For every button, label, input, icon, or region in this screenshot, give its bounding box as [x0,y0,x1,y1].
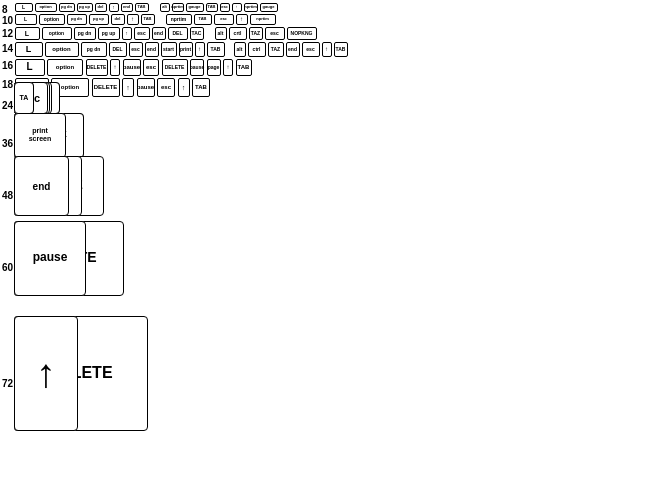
key-small[interactable]: crtl [229,27,247,40]
key-small[interactable]: esc [220,3,230,12]
key-small[interactable]: ↑ [232,3,242,12]
key-small[interactable]: gauge [260,3,278,12]
key-small[interactable]: DELETE [92,78,120,97]
key-pause-60[interactable]: pause [14,221,86,296]
key-small[interactable]: ↑ [122,78,134,97]
key-small[interactable]: TAB [206,3,218,12]
keyboard-chart: 8 L option pg dn pg up del ↑ end TAB alt… [0,0,650,500]
key-small[interactable]: ↑ [195,42,205,57]
key-small[interactable]: esc [265,27,285,40]
key-small[interactable]: end [121,3,133,12]
key-small[interactable]: esc [143,59,159,76]
key-small[interactable]: option [45,42,79,57]
key-small[interactable]: print [179,42,193,57]
key-small[interactable]: esc [134,27,150,40]
key-small[interactable]: ↑ [122,27,132,40]
key-small[interactable]: end [152,27,166,40]
key-small[interactable]: TAB [334,42,348,57]
key-small[interactable]: pg dn [74,27,96,40]
key-small[interactable]: pg dn [81,42,107,57]
key-small[interactable]: del [111,14,125,25]
key-small[interactable]: ↑ [110,59,120,76]
key-small[interactable]: esc [157,78,175,97]
key-small[interactable]: TAB [236,59,252,76]
row-label-16: 16 [2,60,13,71]
key-small[interactable]: pause [123,59,141,76]
key-small[interactable]: esc [302,42,320,57]
row-label-72: 72 [2,378,13,389]
key-small[interactable]: pg dn [67,14,87,25]
row-label-60: 60 [2,262,13,273]
key-small[interactable]: alt [215,27,227,40]
key-small[interactable]: ↑ [322,42,332,57]
row-label-10: 10 [2,15,13,26]
key-small[interactable]: pg dn [59,3,75,12]
key-small[interactable]: ↑ [127,14,139,25]
key-small[interactable]: gauge [186,3,204,12]
key-up-72[interactable]: ↑ [14,316,78,431]
row-16: L option DELETE ↑ pause esc DELETE pause… [14,58,252,76]
key-small[interactable]: L [15,27,40,40]
key-small[interactable]: DELETE [162,59,188,76]
key-small[interactable]: esc [214,14,234,25]
key-small[interactable]: L [15,3,33,12]
key-small[interactable]: DEL [168,27,188,40]
key-small[interactable]: pause [190,59,204,76]
key-small[interactable]: del [95,3,107,12]
key-small[interactable]: end [286,42,300,57]
key-small[interactable]: ↑ [223,59,233,76]
key-small[interactable]: TAB [207,42,225,57]
row-label-36: 36 [2,138,13,149]
key-small[interactable]: DEL [109,42,127,57]
row-label-24: 24 [2,100,13,111]
row-label-12: 12 [2,28,13,39]
key-small[interactable]: pg up [98,27,120,40]
key-small[interactable]: L [15,42,43,57]
key-small[interactable]: nprtim [244,3,258,12]
key-small[interactable]: DELETE [86,59,108,76]
key-small[interactable]: pg up [77,3,93,12]
key-small[interactable]: TAZ [249,27,263,40]
key-small[interactable]: L [15,59,45,76]
key-small[interactable]: end [145,42,159,57]
key-small[interactable]: option [35,3,57,12]
key-small[interactable]: nprtim [166,14,192,25]
row-12: L option pg dn pg up ↑ esc end DEL TAC a… [14,26,317,40]
key-small[interactable]: esc [129,42,143,57]
row-label-48: 48 [2,190,13,201]
key-small[interactable]: L [15,14,37,25]
row-14: L option pg dn DEL esc end start print ↑… [14,41,348,57]
row-label-18: 18 [2,79,13,90]
key-end-48[interactable]: end [14,156,69,216]
key-small[interactable]: option [42,27,72,40]
key-small[interactable]: option [47,59,83,76]
key-small[interactable]: nprtim [250,14,276,25]
key-small[interactable]: nprtim [172,3,184,12]
key-small[interactable]: TAB [194,14,212,25]
key-small[interactable]: TAB [141,14,155,25]
key-printscreen-36[interactable]: printscreen [14,113,66,158]
row-label-8: 8 [2,4,8,15]
key-small[interactable]: option [39,14,65,25]
key-small[interactable]: ctrl [248,42,266,57]
row-10: L option pg dn pg up del ↑ TAB nprtim TA… [14,13,276,25]
key-small[interactable]: TAC [190,27,204,40]
key-small[interactable]: page [207,59,221,76]
key-small[interactable]: ↑ [178,78,190,97]
key-small[interactable]: TAZ [268,42,284,57]
key-small[interactable]: alt [160,3,170,12]
key-small[interactable]: TAB [135,3,149,12]
key-small[interactable]: start [161,42,177,57]
key-small[interactable]: pg up [89,14,109,25]
key-small[interactable]: pause [137,78,155,97]
row-8: L option pg dn pg up del ↑ end TAB alt n… [14,2,278,12]
key-small[interactable]: ↑ [236,14,248,25]
key-small[interactable]: alt [234,42,246,57]
row-label-14: 14 [2,43,13,54]
key-ta-24[interactable]: TA [14,82,34,114]
key-small[interactable]: TAB [192,78,210,97]
key-small[interactable]: NOPKNG [287,27,317,40]
key-small[interactable]: ↑ [109,3,119,12]
